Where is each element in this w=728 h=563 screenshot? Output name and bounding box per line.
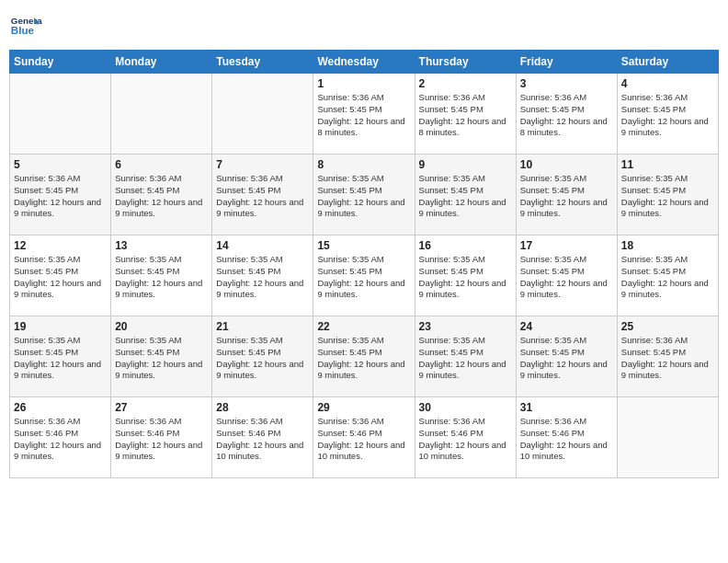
calendar-cell: 6Sunrise: 5:36 AM Sunset: 5:45 PM Daylig… <box>111 155 212 236</box>
day-number: 9 <box>419 158 512 171</box>
day-info: Sunrise: 5:35 AM Sunset: 5:45 PM Dayligh… <box>419 254 512 301</box>
day-info: Sunrise: 5:35 AM Sunset: 5:45 PM Dayligh… <box>419 173 512 220</box>
day-number: 24 <box>520 320 613 333</box>
calendar-cell: 14Sunrise: 5:35 AM Sunset: 5:45 PM Dayli… <box>212 236 313 316</box>
day-number: 12 <box>14 239 107 252</box>
weekday-thursday: Thursday <box>415 51 516 74</box>
calendar-cell <box>617 397 718 478</box>
day-number: 20 <box>115 320 208 333</box>
calendar-cell: 28Sunrise: 5:36 AM Sunset: 5:46 PM Dayli… <box>212 397 313 478</box>
day-number: 25 <box>621 320 714 333</box>
calendar-cell: 27Sunrise: 5:36 AM Sunset: 5:46 PM Dayli… <box>111 397 212 478</box>
weekday-tuesday: Tuesday <box>212 51 313 74</box>
calendar-cell: 1Sunrise: 5:36 AM Sunset: 5:45 PM Daylig… <box>313 74 415 155</box>
calendar-cell: 13Sunrise: 5:35 AM Sunset: 5:45 PM Dayli… <box>111 236 212 316</box>
day-number: 11 <box>621 158 714 171</box>
calendar-cell: 12Sunrise: 5:35 AM Sunset: 5:45 PM Dayli… <box>10 236 111 316</box>
day-info: Sunrise: 5:36 AM Sunset: 5:46 PM Dayligh… <box>14 416 107 463</box>
calendar-cell: 23Sunrise: 5:35 AM Sunset: 5:45 PM Dayli… <box>415 316 516 397</box>
calendar-cell: 31Sunrise: 5:36 AM Sunset: 5:46 PM Dayli… <box>516 397 617 478</box>
calendar-body: 1Sunrise: 5:36 AM Sunset: 5:45 PM Daylig… <box>10 74 719 478</box>
day-info: Sunrise: 5:36 AM Sunset: 5:45 PM Dayligh… <box>317 92 410 139</box>
calendar-cell: 8Sunrise: 5:35 AM Sunset: 5:45 PM Daylig… <box>313 155 415 236</box>
day-number: 26 <box>14 401 107 414</box>
day-info: Sunrise: 5:35 AM Sunset: 5:45 PM Dayligh… <box>115 254 208 301</box>
day-number: 17 <box>520 239 613 252</box>
calendar-cell: 17Sunrise: 5:35 AM Sunset: 5:45 PM Dayli… <box>516 236 617 316</box>
weekday-monday: Monday <box>111 51 212 74</box>
day-info: Sunrise: 5:36 AM Sunset: 5:45 PM Dayligh… <box>419 92 512 139</box>
day-number: 4 <box>621 77 714 90</box>
day-number: 23 <box>419 320 512 333</box>
day-number: 19 <box>14 320 107 333</box>
day-info: Sunrise: 5:35 AM Sunset: 5:45 PM Dayligh… <box>216 254 309 301</box>
day-info: Sunrise: 5:35 AM Sunset: 5:45 PM Dayligh… <box>621 173 714 220</box>
calendar-cell: 5Sunrise: 5:36 AM Sunset: 5:45 PM Daylig… <box>10 155 111 236</box>
day-number: 6 <box>115 158 208 171</box>
weekday-header-row: SundayMondayTuesdayWednesdayThursdayFrid… <box>10 51 719 74</box>
day-info: Sunrise: 5:35 AM Sunset: 5:45 PM Dayligh… <box>14 335 107 382</box>
day-number: 30 <box>419 401 512 414</box>
logo: GeneralBlue <box>9 9 42 42</box>
day-info: Sunrise: 5:35 AM Sunset: 5:45 PM Dayligh… <box>317 173 410 220</box>
day-info: Sunrise: 5:35 AM Sunset: 5:45 PM Dayligh… <box>621 254 714 301</box>
calendar-cell: 16Sunrise: 5:35 AM Sunset: 5:45 PM Dayli… <box>415 236 516 316</box>
calendar-cell: 10Sunrise: 5:35 AM Sunset: 5:45 PM Dayli… <box>516 155 617 236</box>
week-row-2: 12Sunrise: 5:35 AM Sunset: 5:45 PM Dayli… <box>10 236 719 316</box>
calendar-cell: 29Sunrise: 5:36 AM Sunset: 5:46 PM Dayli… <box>313 397 415 478</box>
calendar-cell: 26Sunrise: 5:36 AM Sunset: 5:46 PM Dayli… <box>10 397 111 478</box>
weekday-sunday: Sunday <box>10 51 111 74</box>
calendar-cell: 18Sunrise: 5:35 AM Sunset: 5:45 PM Dayli… <box>617 236 718 316</box>
week-row-0: 1Sunrise: 5:36 AM Sunset: 5:45 PM Daylig… <box>10 74 719 155</box>
weekday-wednesday: Wednesday <box>313 51 415 74</box>
day-number: 13 <box>115 239 208 252</box>
weekday-friday: Friday <box>516 51 617 74</box>
week-row-4: 26Sunrise: 5:36 AM Sunset: 5:46 PM Dayli… <box>10 397 719 478</box>
day-number: 16 <box>419 239 512 252</box>
day-info: Sunrise: 5:36 AM Sunset: 5:46 PM Dayligh… <box>520 416 613 463</box>
calendar-cell: 9Sunrise: 5:35 AM Sunset: 5:45 PM Daylig… <box>415 155 516 236</box>
calendar-cell: 22Sunrise: 5:35 AM Sunset: 5:45 PM Dayli… <box>313 316 415 397</box>
day-number: 31 <box>520 401 613 414</box>
calendar-cell <box>10 74 111 155</box>
day-info: Sunrise: 5:36 AM Sunset: 5:46 PM Dayligh… <box>216 416 309 463</box>
calendar-cell: 19Sunrise: 5:35 AM Sunset: 5:45 PM Dayli… <box>10 316 111 397</box>
day-info: Sunrise: 5:36 AM Sunset: 5:46 PM Dayligh… <box>419 416 512 463</box>
svg-text:Blue: Blue <box>11 24 35 36</box>
calendar-cell: 3Sunrise: 5:36 AM Sunset: 5:45 PM Daylig… <box>516 74 617 155</box>
calendar-cell: 20Sunrise: 5:35 AM Sunset: 5:45 PM Dayli… <box>111 316 212 397</box>
day-number: 22 <box>317 320 410 333</box>
calendar-cell: 7Sunrise: 5:36 AM Sunset: 5:45 PM Daylig… <box>212 155 313 236</box>
day-info: Sunrise: 5:35 AM Sunset: 5:45 PM Dayligh… <box>520 335 613 382</box>
calendar-cell: 4Sunrise: 5:36 AM Sunset: 5:45 PM Daylig… <box>617 74 718 155</box>
calendar-cell: 30Sunrise: 5:36 AM Sunset: 5:46 PM Dayli… <box>415 397 516 478</box>
day-info: Sunrise: 5:35 AM Sunset: 5:45 PM Dayligh… <box>14 254 107 301</box>
day-info: Sunrise: 5:36 AM Sunset: 5:45 PM Dayligh… <box>621 335 714 382</box>
day-number: 10 <box>520 158 613 171</box>
day-info: Sunrise: 5:36 AM Sunset: 5:46 PM Dayligh… <box>115 416 208 463</box>
day-number: 3 <box>520 77 613 90</box>
weekday-saturday: Saturday <box>617 51 718 74</box>
calendar-cell <box>212 74 313 155</box>
day-info: Sunrise: 5:36 AM Sunset: 5:45 PM Dayligh… <box>216 173 309 220</box>
day-info: Sunrise: 5:36 AM Sunset: 5:45 PM Dayligh… <box>14 173 107 220</box>
day-number: 7 <box>216 158 309 171</box>
day-info: Sunrise: 5:35 AM Sunset: 5:45 PM Dayligh… <box>520 173 613 220</box>
week-row-1: 5Sunrise: 5:36 AM Sunset: 5:45 PM Daylig… <box>10 155 719 236</box>
calendar-cell: 2Sunrise: 5:36 AM Sunset: 5:45 PM Daylig… <box>415 74 516 155</box>
day-info: Sunrise: 5:35 AM Sunset: 5:45 PM Dayligh… <box>115 335 208 382</box>
day-info: Sunrise: 5:35 AM Sunset: 5:45 PM Dayligh… <box>216 335 309 382</box>
day-number: 1 <box>317 77 410 90</box>
logo-icon: GeneralBlue <box>9 9 42 42</box>
day-number: 27 <box>115 401 208 414</box>
day-info: Sunrise: 5:35 AM Sunset: 5:45 PM Dayligh… <box>419 335 512 382</box>
calendar-cell: 25Sunrise: 5:36 AM Sunset: 5:45 PM Dayli… <box>617 316 718 397</box>
day-number: 21 <box>216 320 309 333</box>
day-info: Sunrise: 5:35 AM Sunset: 5:45 PM Dayligh… <box>317 335 410 382</box>
week-row-3: 19Sunrise: 5:35 AM Sunset: 5:45 PM Dayli… <box>10 316 719 397</box>
day-number: 28 <box>216 401 309 414</box>
day-number: 29 <box>317 401 410 414</box>
calendar-cell <box>111 74 212 155</box>
day-info: Sunrise: 5:36 AM Sunset: 5:46 PM Dayligh… <box>317 416 410 463</box>
day-info: Sunrise: 5:36 AM Sunset: 5:45 PM Dayligh… <box>520 92 613 139</box>
